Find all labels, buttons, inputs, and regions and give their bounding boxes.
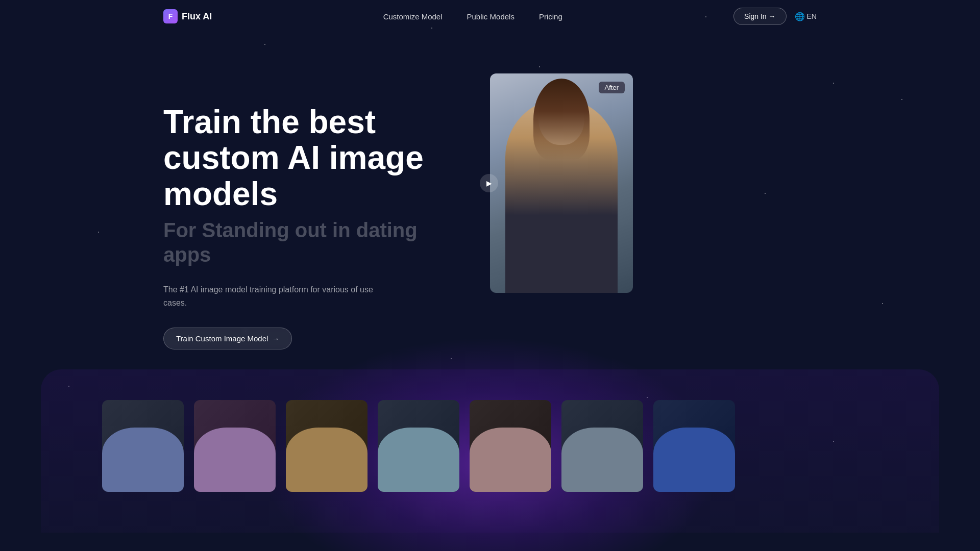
gallery-item-7[interactable] (653, 400, 735, 492)
nav-right: Sign In → 🌐 EN (733, 8, 817, 25)
nav-links: Customize Model Public Models Pricing (383, 12, 562, 21)
gallery-item-2[interactable] (194, 400, 276, 492)
cta-arrow: → (272, 335, 279, 343)
hero-image-area: ▶ After (490, 73, 633, 293)
nav-public-models[interactable]: Public Models (467, 12, 514, 21)
logo-icon: F (163, 9, 178, 23)
gallery-item-6[interactable] (561, 400, 643, 492)
translate-icon: 🌐 (795, 12, 805, 21)
after-badge: After (599, 82, 625, 93)
cta-button[interactable]: Train Custom Image Model → (163, 328, 292, 349)
hero-content: Train the best custom AI image models Fo… (163, 63, 449, 349)
hero-section: Train the best custom AI image models Fo… (0, 33, 980, 380)
gallery-item-3[interactable] (286, 400, 368, 492)
sign-in-button[interactable]: Sign In → (733, 8, 786, 25)
logo[interactable]: F Flux AI (163, 9, 212, 23)
gallery-item-1[interactable] (102, 400, 184, 492)
gallery-item-5[interactable] (470, 400, 551, 492)
gallery-item-4[interactable] (378, 400, 459, 492)
slider-arrow-left[interactable]: ▶ (480, 174, 498, 192)
gallery (41, 390, 939, 502)
language-button[interactable]: 🌐 EN (795, 12, 817, 21)
cta-label: Train Custom Image Model (176, 334, 268, 343)
logo-text: Flux AI (182, 11, 212, 22)
hero-subtitle: For Standing out in dating apps (163, 218, 449, 267)
nav-pricing[interactable]: Pricing (539, 12, 562, 21)
nav-customize-model[interactable]: Customize Model (383, 12, 443, 21)
hero-photo (490, 73, 633, 293)
hero-description: The #1 AI image model training platform … (163, 283, 388, 309)
bottom-section (41, 369, 939, 533)
photo-hair (533, 79, 590, 160)
hero-title: Train the best custom AI image models (163, 104, 449, 212)
navbar: F Flux AI Customize Model Public Models … (0, 0, 980, 33)
